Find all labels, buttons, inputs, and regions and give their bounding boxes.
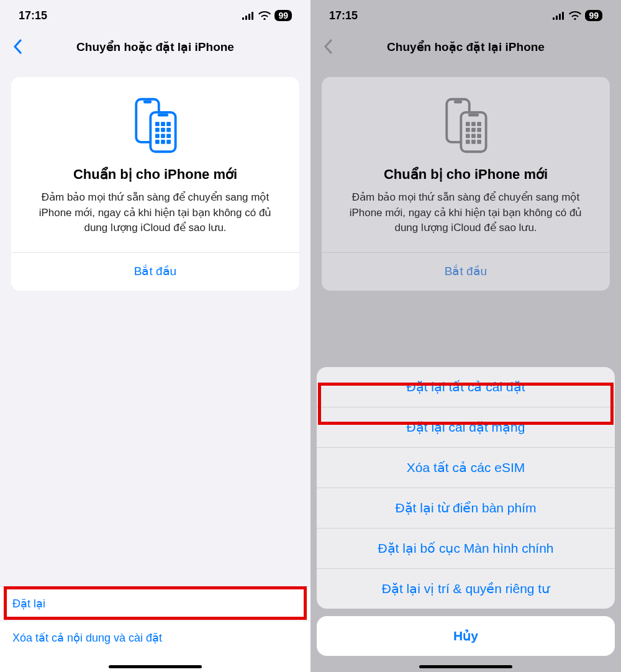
- svg-rect-3: [252, 12, 253, 20]
- reset-all-settings-button[interactable]: Đặt lại tất cả cài đặt: [317, 367, 615, 407]
- reset-options-sheet: Đặt lại tất cả cài đặt Đặt lại cài đặt m…: [317, 367, 615, 609]
- status-right: 99: [553, 10, 602, 21]
- reset-home-screen-button[interactable]: Đặt lại bố cục Màn hình chính: [317, 529, 615, 569]
- erase-all-row[interactable]: Xóa tất cả nội dung và cài đặt: [0, 620, 310, 655]
- svg-rect-14: [155, 134, 160, 138]
- status-bar: 17:15 99: [310, 0, 621, 31]
- svg-rect-30: [477, 122, 481, 126]
- svg-rect-12: [161, 128, 165, 132]
- svg-rect-20: [553, 17, 555, 20]
- svg-rect-2: [248, 14, 250, 20]
- battery-level: 99: [585, 10, 602, 21]
- get-started-button: Bắt đầu: [334, 253, 597, 291]
- prepare-card: Chuẩn bị cho iPhone mới Đảm bảo mọi thứ …: [11, 77, 299, 291]
- status-time: 17:15: [19, 9, 47, 22]
- svg-rect-37: [466, 140, 470, 144]
- nav-bar: Chuyển hoặc đặt lại iPhone: [0, 31, 310, 62]
- svg-rect-17: [155, 140, 160, 144]
- svg-rect-34: [466, 134, 470, 138]
- card-description: Đảm bảo mọi thứ sẵn sàng để chuyển sang …: [334, 190, 597, 252]
- svg-rect-39: [477, 140, 481, 144]
- content-area: Chuẩn bị cho iPhone mới Đảm bảo mọi thứ …: [310, 62, 621, 291]
- phone-screen-left: 17:15 99 Chuyển hoặc đặt lại iPhone: [0, 0, 310, 672]
- svg-rect-9: [161, 122, 165, 126]
- svg-rect-1: [245, 16, 247, 20]
- status-time: 17:15: [329, 9, 358, 22]
- svg-rect-23: [562, 12, 564, 20]
- svg-rect-33: [477, 128, 481, 132]
- page-title: Chuyển hoặc đặt lại iPhone: [0, 40, 310, 54]
- status-right: 99: [242, 10, 292, 21]
- card-title: Chuẩn bị cho iPhone mới: [24, 166, 287, 183]
- svg-rect-7: [158, 114, 168, 117]
- svg-rect-15: [161, 134, 165, 138]
- svg-rect-27: [468, 114, 479, 117]
- get-started-button[interactable]: Bắt đầu: [24, 253, 287, 291]
- reset-keyboard-dictionary-button[interactable]: Đặt lại từ điển bàn phím: [317, 488, 615, 529]
- reset-location-privacy-button[interactable]: Đặt lại vị trí & quyền riêng tư: [317, 569, 615, 609]
- svg-rect-10: [166, 122, 171, 126]
- svg-rect-16: [166, 134, 171, 138]
- svg-rect-31: [466, 128, 470, 132]
- back-button: [320, 37, 335, 56]
- cellular-signal-icon: [242, 12, 255, 20]
- svg-rect-5: [143, 101, 152, 104]
- svg-rect-18: [161, 140, 165, 144]
- svg-rect-36: [477, 134, 481, 138]
- bottom-list: Đặt lại Xóa tất cả nội dung và cài đặt: [0, 586, 310, 672]
- wifi-icon: [569, 11, 581, 20]
- card-description: Đảm bảo mọi thứ sẵn sàng để chuyển sang …: [24, 190, 287, 252]
- back-button[interactable]: [10, 37, 25, 56]
- reset-network-settings-button[interactable]: Đặt lại cài đặt mạng: [317, 407, 615, 448]
- svg-rect-29: [471, 122, 476, 126]
- svg-rect-38: [471, 140, 476, 144]
- svg-rect-21: [556, 16, 558, 20]
- phone-screen-right: 17:15 99 Chuyển hoặc đặt lại iPhone: [310, 0, 621, 672]
- home-indicator[interactable]: [109, 665, 202, 668]
- prepare-phones-icon: [334, 96, 597, 155]
- wifi-icon: [258, 11, 271, 20]
- reset-row[interactable]: Đặt lại: [0, 586, 310, 620]
- battery-level: 99: [274, 10, 292, 21]
- svg-rect-13: [166, 128, 171, 132]
- svg-rect-28: [466, 122, 470, 126]
- action-sheet: Đặt lại tất cả cài đặt Đặt lại cài đặt m…: [317, 367, 615, 666]
- svg-rect-11: [155, 128, 160, 132]
- home-indicator[interactable]: [419, 665, 512, 668]
- content-area: Chuẩn bị cho iPhone mới Đảm bảo mọi thứ …: [0, 62, 310, 291]
- svg-rect-0: [242, 17, 244, 20]
- prepare-card: Chuẩn bị cho iPhone mới Đảm bảo mọi thứ …: [322, 77, 610, 291]
- erase-all-esim-button[interactable]: Xóa tất cả các eSIM: [317, 448, 615, 488]
- svg-rect-35: [471, 134, 476, 138]
- svg-rect-25: [454, 101, 462, 104]
- svg-rect-8: [155, 122, 160, 126]
- page-title: Chuyển hoặc đặt lại iPhone: [310, 40, 621, 54]
- cancel-button[interactable]: Hủy: [317, 616, 615, 656]
- svg-rect-19: [166, 140, 171, 144]
- nav-bar: Chuyển hoặc đặt lại iPhone: [310, 31, 621, 62]
- prepare-phones-icon: [24, 96, 287, 155]
- svg-rect-32: [471, 128, 476, 132]
- status-bar: 17:15 99: [0, 0, 310, 31]
- cellular-signal-icon: [553, 12, 565, 20]
- card-title: Chuẩn bị cho iPhone mới: [334, 166, 597, 183]
- svg-rect-22: [559, 14, 561, 20]
